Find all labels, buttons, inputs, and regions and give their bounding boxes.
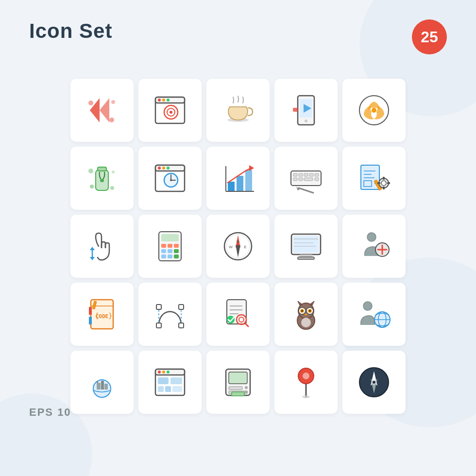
svg-point-17 [305, 119, 307, 122]
svg-rect-159 [232, 392, 244, 396]
svg-point-147 [158, 371, 161, 374]
svg-rect-79 [161, 255, 166, 258]
icons-grid: N S W E [29, 79, 447, 414]
svg-point-63 [381, 181, 386, 186]
svg-marker-70 [90, 257, 95, 260]
icon-chevrons-left [70, 79, 134, 142]
svg-rect-150 [158, 377, 169, 384]
svg-rect-80 [168, 255, 172, 258]
svg-rect-44 [293, 173, 297, 176]
icon-bezier-curve [138, 283, 202, 346]
svg-rect-18 [293, 108, 298, 112]
svg-rect-66 [377, 182, 380, 184]
svg-rect-151 [170, 377, 182, 384]
svg-rect-156 [229, 372, 247, 384]
svg-text:W: W [229, 245, 233, 249]
icon-coffee-cup [206, 79, 270, 142]
svg-point-86 [237, 245, 239, 248]
svg-point-165 [302, 395, 310, 398]
svg-rect-97 [298, 257, 314, 259]
svg-rect-152 [158, 386, 164, 392]
icon-document-search [206, 283, 270, 346]
svg-rect-114 [156, 305, 161, 309]
svg-point-160 [245, 386, 248, 389]
svg-point-148 [162, 371, 165, 374]
svg-rect-74 [168, 244, 172, 248]
svg-rect-78 [174, 249, 179, 253]
icon-person-medicine [342, 215, 406, 278]
svg-point-4 [111, 100, 115, 104]
icon-location-pin [274, 351, 338, 414]
svg-rect-105 [89, 317, 92, 324]
svg-rect-38 [237, 176, 243, 191]
svg-rect-141 [97, 383, 101, 390]
svg-rect-65 [383, 187, 385, 189]
icon-web-clock [138, 147, 202, 210]
svg-point-12 [170, 111, 172, 114]
icon-compass: N S W E [206, 215, 270, 278]
svg-rect-92 [293, 236, 319, 253]
svg-point-7 [158, 99, 161, 102]
svg-rect-115 [179, 305, 184, 309]
svg-point-164 [303, 373, 309, 379]
icon-scroll-gesture [70, 215, 134, 278]
svg-point-2 [88, 101, 93, 105]
svg-marker-69 [90, 247, 95, 250]
svg-rect-37 [228, 182, 235, 191]
svg-rect-51 [304, 178, 313, 181]
svg-rect-75 [174, 244, 179, 248]
svg-rect-112 [156, 323, 161, 328]
svg-text:E: E [244, 245, 246, 249]
svg-point-25 [110, 186, 114, 190]
icon-globe-city [70, 351, 134, 414]
svg-point-27 [90, 185, 94, 188]
icon-plant-bottle [70, 147, 134, 210]
svg-rect-144 [97, 381, 98, 383]
icon-calculator [138, 215, 202, 278]
svg-point-24 [88, 169, 93, 173]
svg-rect-104 [89, 307, 92, 315]
footer-label: EPS 10 [29, 406, 71, 419]
svg-point-23 [100, 179, 104, 182]
page-title: Icon Set [29, 19, 112, 43]
svg-point-31 [162, 167, 165, 170]
icon-mobile-video [274, 79, 338, 142]
svg-line-122 [245, 323, 248, 326]
svg-text:{: { [95, 312, 99, 320]
svg-rect-154 [172, 386, 182, 392]
svg-marker-1 [100, 98, 109, 122]
icon-biohazard [342, 79, 406, 142]
svg-rect-77 [168, 249, 172, 253]
svg-rect-142 [101, 381, 104, 390]
icon-keyboard [274, 147, 338, 210]
svg-point-30 [158, 167, 161, 170]
svg-rect-153 [165, 386, 171, 392]
icon-atm [206, 351, 270, 414]
svg-rect-52 [315, 178, 319, 181]
svg-rect-46 [304, 173, 308, 176]
svg-point-133 [309, 310, 311, 312]
svg-point-169 [372, 380, 376, 384]
icon-monitor [274, 215, 338, 278]
svg-rect-45 [299, 173, 303, 176]
icon-person-globe [342, 283, 406, 346]
svg-point-136 [363, 302, 372, 310]
svg-rect-47 [309, 173, 313, 176]
svg-rect-67 [387, 182, 390, 184]
svg-rect-143 [104, 384, 108, 390]
svg-point-149 [167, 371, 170, 374]
svg-rect-49 [293, 178, 297, 181]
svg-rect-157 [229, 387, 242, 390]
svg-rect-72 [161, 234, 179, 241]
svg-point-36 [170, 179, 172, 181]
svg-point-3 [109, 118, 114, 122]
svg-marker-127 [310, 301, 314, 305]
svg-text:}: } [108, 312, 112, 320]
svg-rect-50 [299, 178, 303, 181]
svg-rect-73 [161, 244, 166, 248]
icon-navigation-circle [342, 351, 406, 414]
badge-number: 25 [412, 19, 447, 54]
svg-marker-126 [298, 301, 302, 305]
svg-rect-113 [179, 323, 184, 328]
svg-text:N: N [237, 239, 239, 244]
